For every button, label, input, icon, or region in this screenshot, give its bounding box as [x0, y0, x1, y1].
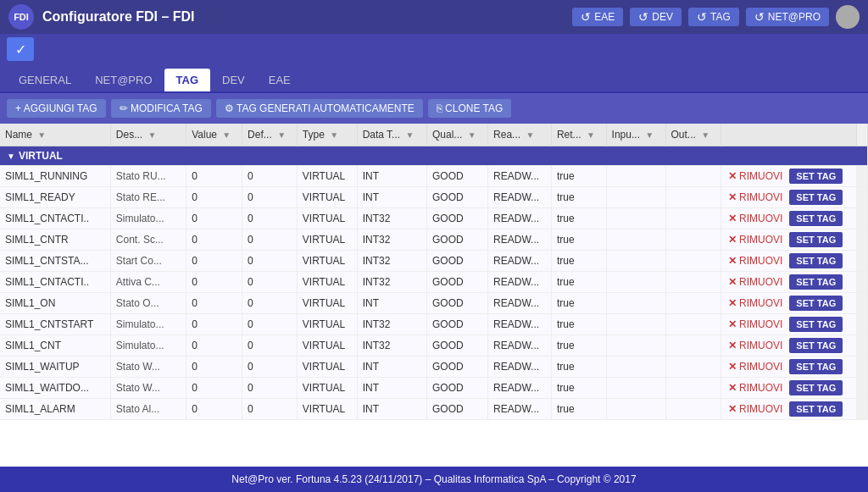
col-ret[interactable]: Ret... ▼ [551, 124, 606, 146]
rimuovi-button[interactable]: ✕ RIMUOVI [725, 338, 786, 353]
cell-type: VIRTUAL [297, 293, 357, 314]
table-row[interactable]: SIML1_ON Stato O... 0 0 VIRTUAL INT GOOD… [0, 293, 868, 314]
filter-icon[interactable]: ▼ [405, 130, 414, 140]
cell-value: 0 [186, 187, 242, 208]
col-output[interactable]: Out... ▼ [665, 124, 721, 146]
cell-desc: Stato RU... [110, 166, 186, 187]
settag-button[interactable]: SET TAG [789, 380, 843, 395]
filter-icon[interactable]: ▼ [701, 130, 709, 140]
rimuovi-label: RIMUOVI [739, 191, 782, 203]
filter-icon[interactable]: ▼ [330, 130, 338, 140]
netpro-button[interactable]: ↺ NET@PRO [746, 8, 829, 26]
add-tag-button[interactable]: + AGGIUNGI TAG [7, 99, 106, 118]
filter-icon[interactable]: ▼ [222, 130, 231, 140]
cell-datatype: INT32 [357, 335, 426, 357]
settag-button[interactable]: SET TAG [789, 401, 843, 417]
check-button[interactable]: ✓ [7, 37, 34, 61]
table-row[interactable]: SIML1_CNTR Cont. Sc... 0 0 VIRTUAL INT32… [0, 229, 868, 251]
table-row[interactable]: SIML1_CNT Simulato... 0 0 VIRTUAL INT32 … [0, 335, 868, 357]
rimuovi-button[interactable]: ✕ RIMUOVI [725, 296, 786, 311]
table-row[interactable]: SIML1_READY Stato RE... 0 0 VIRTUAL INT … [0, 187, 868, 208]
rimuovi-button[interactable]: ✕ RIMUOVI [725, 211, 786, 226]
cell-desc: Cont. Sc... [110, 229, 186, 251]
col-datatype[interactable]: Data T... ▼ [357, 124, 426, 146]
clone-tag-button[interactable]: ⎘ CLONE TAG [428, 99, 512, 118]
tab-dev[interactable]: DEV [210, 69, 257, 91]
col-readwrite[interactable]: Rea... ▼ [488, 124, 552, 146]
dev-button[interactable]: ↺ DEV [630, 8, 682, 26]
settag-button[interactable]: SET TAG [789, 169, 843, 184]
filter-icon[interactable]: ▼ [587, 130, 595, 140]
scrollbar-cell [857, 314, 868, 335]
cell-readwrite: READW... [488, 166, 552, 187]
cell-readwrite: READW... [488, 229, 552, 251]
tab-netpro[interactable]: NET@PRO [83, 69, 164, 91]
cell-value: 0 [186, 229, 242, 251]
group-label: VIRTUAL [19, 150, 63, 162]
x-icon: ✕ [728, 340, 737, 351]
settag-button[interactable]: SET TAG [789, 211, 843, 226]
cell-output [665, 208, 721, 229]
x-icon: ✕ [728, 276, 737, 288]
rimuovi-button[interactable]: ✕ RIMUOVI [725, 169, 786, 184]
col-def[interactable]: Def... ▼ [242, 124, 298, 146]
cell-value: 0 [186, 335, 242, 357]
tab-eae[interactable]: EAE [257, 69, 303, 91]
tab-general[interactable]: GENERAL [7, 69, 83, 91]
filter-icon[interactable]: ▼ [277, 130, 286, 140]
rimuovi-button[interactable]: ✕ RIMUOVI [725, 401, 786, 417]
rimuovi-label: RIMUOVI [739, 297, 782, 309]
table-row[interactable]: SIML1_CNTACTI.. Simulato... 0 0 VIRTUAL … [0, 208, 868, 229]
table-row[interactable]: SIML1_CNTACTI.. Attiva C... 0 0 VIRTUAL … [0, 272, 868, 293]
cell-datatype: INT [357, 357, 426, 378]
col-quality[interactable]: Qual... ▼ [426, 124, 487, 146]
rimuovi-button[interactable]: ✕ RIMUOVI [725, 190, 786, 205]
col-desc[interactable]: Des... ▼ [110, 124, 186, 146]
modify-tag-button[interactable]: ✏ MODIFICA TAG [111, 99, 211, 118]
tag-button[interactable]: ↺ TAG [688, 8, 739, 26]
table-row[interactable]: SIML1_WAITUP Stato W... 0 0 VIRTUAL INT … [0, 357, 868, 378]
settag-button[interactable]: SET TAG [789, 232, 843, 247]
settag-button[interactable]: SET TAG [789, 190, 843, 205]
rimuovi-button[interactable]: ✕ RIMUOVI [725, 359, 786, 374]
filter-icon[interactable]: ▼ [645, 130, 654, 140]
eae-button[interactable]: ↺ EAE [572, 8, 623, 26]
cell-type: VIRTUAL [297, 251, 357, 272]
settag-button[interactable]: SET TAG [789, 317, 843, 332]
filter-icon[interactable]: ▼ [526, 130, 534, 140]
table-row[interactable]: SIML1_ALARM Stato Al... 0 0 VIRTUAL INT … [0, 399, 868, 420]
settag-button[interactable]: SET TAG [789, 253, 843, 268]
settag-button[interactable]: SET TAG [789, 296, 843, 311]
col-actions [721, 124, 857, 146]
col-type[interactable]: Type ▼ [297, 124, 357, 146]
table-row[interactable]: SIML1_WAITDO... Stato W... 0 0 VIRTUAL I… [0, 378, 868, 399]
cell-type: VIRTUAL [297, 166, 357, 187]
cell-def: 0 [242, 229, 298, 251]
filter-icon[interactable]: ▼ [468, 130, 476, 140]
settag-button[interactable]: SET TAG [789, 359, 843, 374]
rimuovi-button[interactable]: ✕ RIMUOVI [725, 317, 786, 332]
rimuovi-button[interactable]: ✕ RIMUOVI [725, 232, 786, 247]
rimuovi-button[interactable]: ✕ RIMUOVI [725, 380, 786, 395]
auto-generated-tags-button[interactable]: ⚙ TAG GENERATI AUTOMATICAMENTE [216, 99, 423, 118]
col-input[interactable]: Inpu... ▼ [606, 124, 665, 146]
cell-datatype: INT32 [357, 251, 426, 272]
settag-button[interactable]: SET TAG [789, 338, 843, 353]
tab-tag[interactable]: TAG [164, 69, 210, 91]
rimuovi-label: RIMUOVI [739, 361, 782, 373]
rimuovi-button[interactable]: ✕ RIMUOVI [725, 274, 786, 290]
cell-desc: Stato O... [110, 293, 186, 314]
table-row[interactable]: SIML1_CNTSTART Simulato... 0 0 VIRTUAL I… [0, 314, 868, 335]
settag-button[interactable]: SET TAG [789, 274, 843, 290]
filter-icon[interactable]: ▼ [148, 130, 157, 140]
table-row[interactable]: SIML1_CNTSTA... Start Co... 0 0 VIRTUAL … [0, 251, 868, 272]
rimuovi-button[interactable]: ✕ RIMUOVI [725, 253, 786, 268]
filter-icon[interactable]: ▼ [37, 130, 46, 140]
cell-readwrite: READW... [488, 251, 552, 272]
cell-actions: ✕ RIMUOVI SET TAG [721, 357, 857, 377]
col-value[interactable]: Value ▼ [186, 124, 242, 146]
table-row[interactable]: SIML1_RUNNING Stato RU... 0 0 VIRTUAL IN… [0, 166, 868, 187]
cell-def: 0 [242, 399, 298, 420]
refresh-icon: ↺ [581, 10, 591, 24]
col-name[interactable]: Name ▼ [0, 124, 110, 146]
